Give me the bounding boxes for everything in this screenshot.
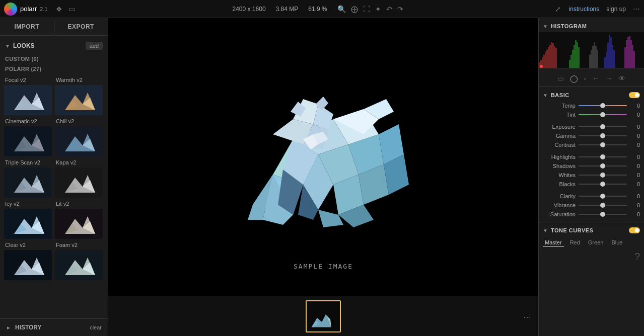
more-icon[interactable]: ⋯ (633, 5, 640, 13)
contrast-value: 0 (630, 142, 640, 148)
eye-icon[interactable]: 👁 (617, 73, 626, 83)
tab-green[interactable]: Green (586, 238, 606, 247)
clarity-value: 0 (630, 193, 640, 199)
gamma-track[interactable] (579, 135, 627, 136)
polarr-group-title: POLARR (27) (0, 64, 108, 74)
look-item[interactable]: Warmth v2 (55, 76, 104, 115)
tab-master[interactable]: Master (543, 238, 564, 247)
rect-icon[interactable]: ▫ (583, 73, 588, 83)
highlights-value: 0 (630, 154, 640, 160)
zoom-fit-icon[interactable]: ⨁ (351, 5, 358, 13)
svg-rect-78 (545, 52, 546, 68)
forward-icon[interactable]: → (604, 73, 613, 83)
look-thumbnail (55, 209, 103, 239)
circle-icon[interactable]: ◯ (569, 73, 579, 83)
tone-curves-help-icon[interactable]: ? (634, 251, 640, 263)
exposure-track[interactable] (579, 126, 627, 127)
looks-grid: Focal v2 Warmth v2 (0, 74, 108, 282)
gamma-thumb[interactable] (600, 133, 605, 138)
look-item[interactable]: Chill v2 (55, 117, 104, 156)
undo-icon[interactable]: ↶ (386, 5, 392, 13)
tone-curves-toggle[interactable] (629, 227, 640, 233)
exposure-thumb[interactable] (600, 124, 605, 129)
look-item[interactable]: Icy v2 (4, 200, 53, 239)
look-label: Icy v2 (4, 200, 53, 209)
sample-image-label: SAMPLE IMAGE (294, 263, 353, 270)
histogram-icons: ▭ ◯ ▫ ← → 👁 (539, 71, 644, 87)
histogram-title: HISTOGRAM (551, 23, 587, 29)
canvas-area: SAMPLE IMAGE ⋯ (108, 18, 538, 336)
look-item[interactable]: Clear v2 (4, 241, 53, 280)
look-thumbnail (55, 85, 103, 115)
instructions-link[interactable]: instructions (569, 6, 600, 13)
clarity-label: Clarity (543, 193, 576, 199)
svg-rect-97 (610, 37, 612, 68)
asterisk-icon[interactable]: ✦ (375, 5, 381, 13)
look-item[interactable]: Kapa v2 (55, 158, 104, 198)
history-bar[interactable]: ► HISTORY clear (0, 318, 108, 336)
look-thumbnail (55, 250, 103, 280)
fullscreen-icon[interactable]: ⛶ (363, 5, 370, 13)
vibrance-value: 0 (630, 202, 640, 208)
highlights-label: Highlights (543, 154, 576, 160)
tone-curves-chevron-icon: ▼ (543, 228, 548, 233)
highlights-thumb[interactable] (600, 154, 605, 159)
clarity-thumb[interactable] (600, 194, 605, 199)
whites-thumb[interactable] (600, 173, 605, 178)
temp-thumb[interactable] (600, 103, 605, 108)
back-icon[interactable]: ← (591, 73, 600, 83)
look-item[interactable]: Cinematic v2 (4, 117, 53, 156)
svg-rect-86 (569, 60, 570, 68)
vibrance-track[interactable] (579, 205, 627, 206)
export-button[interactable]: EXPORT (54, 18, 108, 35)
blacks-track[interactable] (579, 184, 627, 185)
svg-rect-108 (591, 50, 592, 68)
svg-rect-89 (574, 45, 575, 68)
import-button[interactable]: IMPORT (0, 18, 54, 35)
highlights-track[interactable] (579, 156, 627, 157)
vibrance-label: Vibrance (543, 202, 576, 208)
topbar: polarr 2.1 ❖ ▭ 2400 x 1600 3.84 MP 61.9 … (0, 0, 644, 18)
look-item[interactable]: Focal v2 (4, 76, 53, 115)
redo-icon[interactable]: ↷ (397, 5, 403, 13)
filmstrip-thumb[interactable] (306, 300, 341, 332)
contrast-slider-row: Contrast 0 (539, 140, 644, 149)
bug-icon[interactable]: ❖ (56, 5, 62, 13)
contrast-thumb[interactable] (600, 142, 605, 147)
crop-icon[interactable]: ▭ (556, 73, 565, 83)
shadows-track[interactable] (579, 165, 627, 166)
filmstrip-more-icon[interactable]: ⋯ (523, 312, 531, 322)
zoom-out-icon[interactable]: 🔍 (337, 5, 346, 13)
sample-image-container: SAMPLE IMAGE (162, 34, 484, 280)
svg-rect-106 (633, 51, 635, 68)
contrast-track[interactable] (579, 144, 627, 145)
look-item[interactable]: Triple Scan v2 (4, 158, 53, 198)
look-thumbnail (4, 85, 52, 115)
tab-red[interactable]: Red (568, 238, 582, 247)
look-item[interactable]: Foam v2 (55, 241, 104, 280)
look-thumbnail (55, 167, 103, 198)
svg-rect-109 (592, 46, 594, 68)
expand-icon[interactable]: ⤢ (555, 5, 561, 13)
blacks-thumb[interactable] (600, 182, 605, 187)
history-clear-button[interactable]: clear (90, 324, 102, 330)
svg-point-113 (540, 65, 543, 68)
saturation-thumb[interactable] (600, 212, 605, 217)
look-label: Chill v2 (55, 117, 104, 126)
tint-thumb[interactable] (600, 112, 605, 117)
layout-icon[interactable]: ▭ (68, 5, 75, 13)
whites-track[interactable] (579, 175, 627, 176)
clarity-track[interactable] (579, 196, 627, 197)
signup-link[interactable]: sign up (606, 6, 626, 13)
right-panel: ▼ HISTOGRAM (538, 18, 644, 336)
tab-blue[interactable]: Blue (609, 238, 624, 247)
saturation-track[interactable] (579, 214, 627, 215)
temp-track[interactable] (579, 105, 627, 106)
basic-toggle[interactable] (629, 92, 640, 98)
vibrance-thumb[interactable] (600, 203, 605, 208)
shadows-thumb[interactable] (600, 163, 605, 169)
look-item[interactable]: Lit v2 (55, 200, 104, 239)
tint-track[interactable] (579, 114, 627, 115)
exposure-value: 0 (630, 124, 640, 130)
looks-add-button[interactable]: add (86, 42, 103, 50)
